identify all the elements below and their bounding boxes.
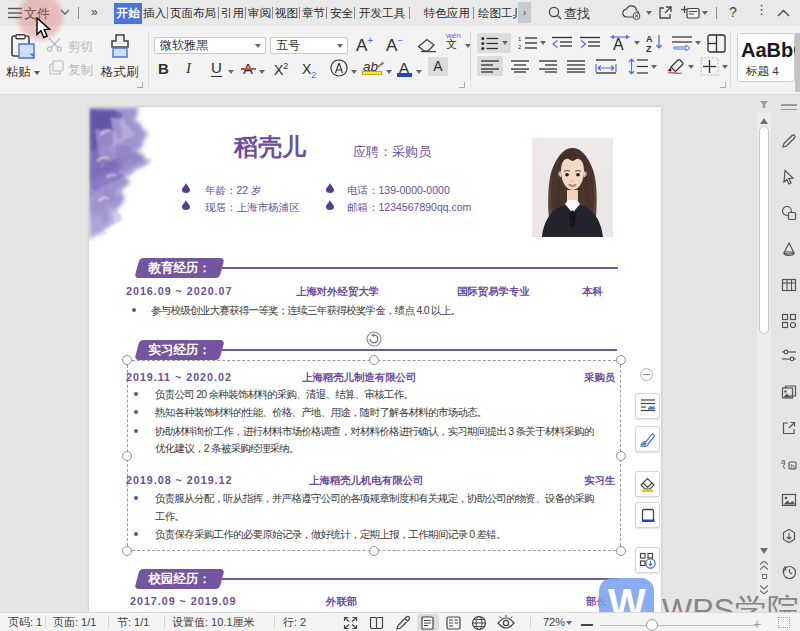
svg-text:1: 1 [518, 36, 522, 42]
svg-text:b: b [791, 463, 795, 470]
svg-text:Z: Z [646, 44, 652, 53]
svg-text:2: 2 [518, 44, 522, 50]
svg-text:A: A [646, 34, 653, 44]
svg-text:A: A [613, 36, 624, 53]
